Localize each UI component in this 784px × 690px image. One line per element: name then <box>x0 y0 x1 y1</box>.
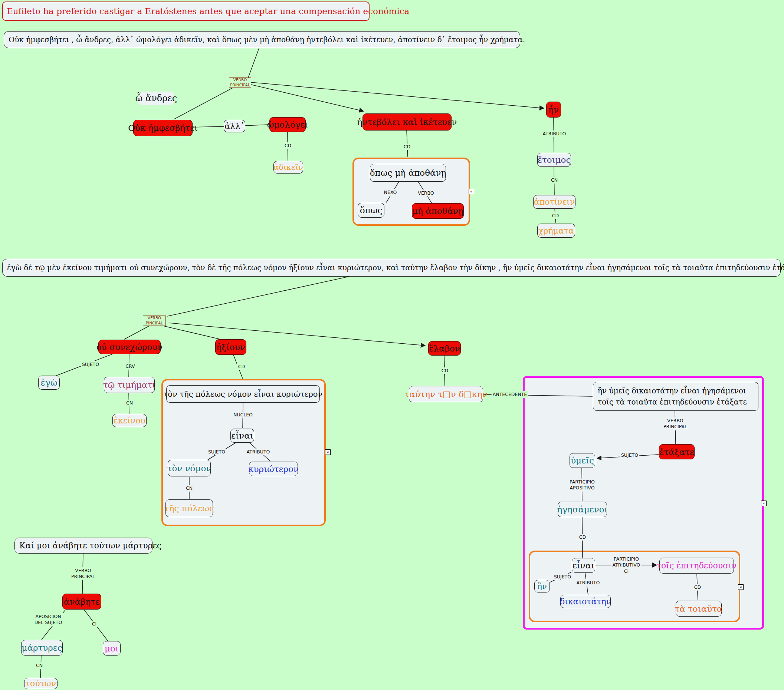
node-relative-sentence[interactable]: ἣν ὑμεῖς δικαιοτάτην εἶναι ἡγησάμενοι το… <box>593 382 758 411</box>
edge-label-atributo-einai[interactable]: ATRIBUTO <box>575 580 601 586</box>
node-chremata[interactable]: χρήματα <box>537 223 575 238</box>
verbo-pincipal-tag-2[interactable]: VERBO PINCIPAL <box>143 315 166 326</box>
connector-s1-to-tag <box>248 48 259 79</box>
node-hopos[interactable]: ὅπως <box>358 203 384 218</box>
sentence-3-box[interactable]: Καί μοι ἀνάβητε τούτων μάρτυρες <box>15 537 153 554</box>
map-title[interactable]: Eufileto ha preferido castigar a Eratóst… <box>2 2 369 21</box>
sentence-1-box[interactable]: Οὐκ ἠμφεσβήτει , ὦ ἄνδρες, ἀλλ᾽ ὡμολόγει… <box>4 31 520 48</box>
node-adikein-text: ἀδικεῖν <box>273 163 303 172</box>
sentence-2-box[interactable]: ἐγὼ δὲ τῷ μὲν ἐκείνου τιμήματι οὐ συνεχώ… <box>2 259 781 277</box>
node-etoimos-text: ἕτοιμος <box>538 155 571 164</box>
node-ymeis[interactable]: ὑμεῖς <box>570 453 595 468</box>
node-ta-toiauta[interactable]: τὰ τοιαῦτα <box>676 601 721 616</box>
connector-tag1-ouk <box>174 88 233 119</box>
node-martyres[interactable]: μάρτυρες <box>21 640 63 656</box>
node-tes-poleos[interactable]: τῆς πόλεως <box>165 499 213 517</box>
node-martyres-text: μάρτυρες <box>21 643 62 652</box>
node-hegesamenoi-text: ἡγησάμενοι <box>557 504 608 514</box>
edge-label-ci[interactable]: CI <box>91 621 97 628</box>
node-ton-tes-clause[interactable]: τὸν τῆς πόλεως νόμον εἶναι κυριώτερον <box>166 385 320 402</box>
node-entebolei[interactable]: ἠντεβόλει καὶ ἱκέτευεν <box>362 113 451 130</box>
collapse-icon[interactable]: « <box>325 449 331 455</box>
edge-label-crv[interactable]: CRV <box>124 363 136 370</box>
edge-label-cn-1[interactable]: CN <box>550 177 559 184</box>
node-en-rel[interactable]: ἣν <box>534 580 550 593</box>
edge-label-cd-tatoiauta[interactable]: CD <box>693 584 702 591</box>
node-einai-rel[interactable]: εἶναι <box>572 558 595 573</box>
node-kyrioteron[interactable]: κυριώτερον <box>249 462 298 476</box>
connector-tag1-en <box>251 82 544 108</box>
edge-label-cn-poleos[interactable]: CN <box>185 485 194 492</box>
edge-label-sujeto-rel[interactable]: SUJETO <box>620 452 639 458</box>
node-chremata-text: χρήματα <box>539 226 574 235</box>
node-alla[interactable]: ἀλλ᾽ <box>224 120 245 132</box>
node-toutou-text: τούτων <box>26 679 56 688</box>
node-hopos-clause[interactable]: ὅπως μὴ ἀποθάνῃ <box>370 164 446 182</box>
node-me-apothane[interactable]: μὴ ἀποθάνῃ <box>412 203 464 219</box>
collapse-glyph: « <box>740 585 742 590</box>
edge-label-antecedente[interactable]: ANTECEDENTE <box>492 391 528 398</box>
node-kyrioteron-text: κυριώτερον <box>248 464 299 474</box>
node-tes-poleos-text: τῆς πόλεως <box>165 503 214 513</box>
node-homologei[interactable]: ὡμολόγει <box>269 117 306 132</box>
edge-label-atributo-2[interactable]: ATRIBUTO <box>245 449 271 455</box>
edge-label-cd-exioun[interactable]: CD <box>237 363 246 370</box>
edge-label-nexo[interactable]: NEXO <box>383 189 398 196</box>
edge-label-verbo-principal-3[interactable]: VERBO PRINCIPAL <box>70 567 96 580</box>
node-einai[interactable]: εἶναι <box>231 429 254 443</box>
collapse-glyph: « <box>470 189 473 194</box>
node-elabon[interactable]: ἔλαβον <box>428 341 461 356</box>
connector-tag2-ousyn <box>124 325 150 339</box>
connector-tag1-entebolei <box>251 85 364 111</box>
edge-label-cd-rel[interactable]: CD <box>578 534 587 540</box>
node-ymeis-text: ὑμεῖς <box>571 456 594 465</box>
edge-label-sujeto-2[interactable]: SUJETO <box>207 449 226 455</box>
edge-label-sujeto-einai[interactable]: SUJETO <box>553 573 572 580</box>
edge-label-aposicion-del-sujeto[interactable]: APOSICIÓN DEL SUJETO <box>33 613 63 626</box>
node-apotinein[interactable]: ἀποτίνειν <box>533 195 575 209</box>
collapse-icon[interactable]: « <box>738 584 744 590</box>
connector-tag2-exioun <box>162 325 222 340</box>
node-exioun[interactable]: ἠξίουν <box>215 339 246 355</box>
node-ouk-emfesbetei[interactable]: Οὐκ ἠμφεσβήτει <box>133 120 193 136</box>
concept-map-canvas: Eufileto ha preferido castigar a Eratóst… <box>0 0 784 690</box>
edge-label-verbo-principal-rel[interactable]: VERBO PRINCIPAL <box>662 417 688 430</box>
node-ekeinou[interactable]: ἐκείνου <box>112 414 147 427</box>
edge-label-cd-elabon[interactable]: CD <box>440 368 449 374</box>
node-en-rel-text: ἣν <box>537 582 547 591</box>
edge-label-nucleo[interactable]: NUCLEO <box>232 412 254 418</box>
node-ego[interactable]: ἐγὼ <box>38 376 60 390</box>
edge-label-cn-ekeinou[interactable]: CN <box>125 400 134 406</box>
edge-label-sujeto-1[interactable]: SUJETO <box>81 361 100 368</box>
edge-label-cn-toutou[interactable]: CN <box>35 662 44 669</box>
edge-label-participio-atributivo-ci[interactable]: PARTICIPIO ATRIBUTIVO CI <box>611 556 642 575</box>
collapse-icon[interactable]: « <box>469 189 474 194</box>
edge-label-participio-apositivo[interactable]: PARTICIPIO APOSITIVO <box>568 479 596 492</box>
edge-label-cd-chremata[interactable]: CD <box>551 212 560 219</box>
collapse-icon[interactable]: « <box>761 501 767 506</box>
node-etaxate[interactable]: ἐτάξατε <box>659 444 695 459</box>
node-tauten-text: ταύτην τ□ν δ□κην <box>404 389 488 399</box>
node-adikein[interactable]: ἀδικεῖν <box>273 161 303 174</box>
verbo-principal-tag-1[interactable]: VERBO PRINCIPAL <box>229 77 251 88</box>
node-ton-nomon[interactable]: τὸν νόμον <box>168 460 211 476</box>
node-anabete[interactable]: ἀνάβητε <box>63 594 101 610</box>
node-to-timemati[interactable]: τῷ τιμήματι <box>104 377 155 393</box>
node-moi[interactable]: μοι <box>103 641 120 656</box>
node-en[interactable]: ἦν <box>546 102 561 118</box>
node-hegesamenoi[interactable]: ἡγησάμενοι <box>558 502 607 517</box>
node-etoimos[interactable]: ἕτοιμος <box>537 153 571 167</box>
node-tauten-ten-diken[interactable]: ταύτην τ□ν δ□κην <box>409 386 483 402</box>
node-dikaiotaten[interactable]: δικαιοτάτην <box>560 595 611 608</box>
connector-tag2-elabon <box>169 323 425 345</box>
edge-label-cd-adikein[interactable]: CD <box>283 142 292 149</box>
connector-alla-homologei <box>245 125 270 126</box>
edge-label-verbo[interactable]: VERBO <box>417 190 435 197</box>
node-ta-toiauta-text: τὰ τοιαῦτα <box>675 604 723 614</box>
edge-label-atributo-1[interactable]: ATRIBUTO <box>542 130 567 137</box>
node-tois-epitedeuousin[interactable]: τοῖς ἐπιτηδεύουσιν <box>659 558 734 573</box>
edge-label-cd-clause[interactable]: CD <box>403 143 412 150</box>
node-toutou[interactable]: τούτων <box>24 678 58 689</box>
node-o-andres[interactable]: ὦ ἄνδρες <box>138 92 174 105</box>
node-ou-synechoroun[interactable]: οὐ συνεχώρουν <box>98 340 161 354</box>
